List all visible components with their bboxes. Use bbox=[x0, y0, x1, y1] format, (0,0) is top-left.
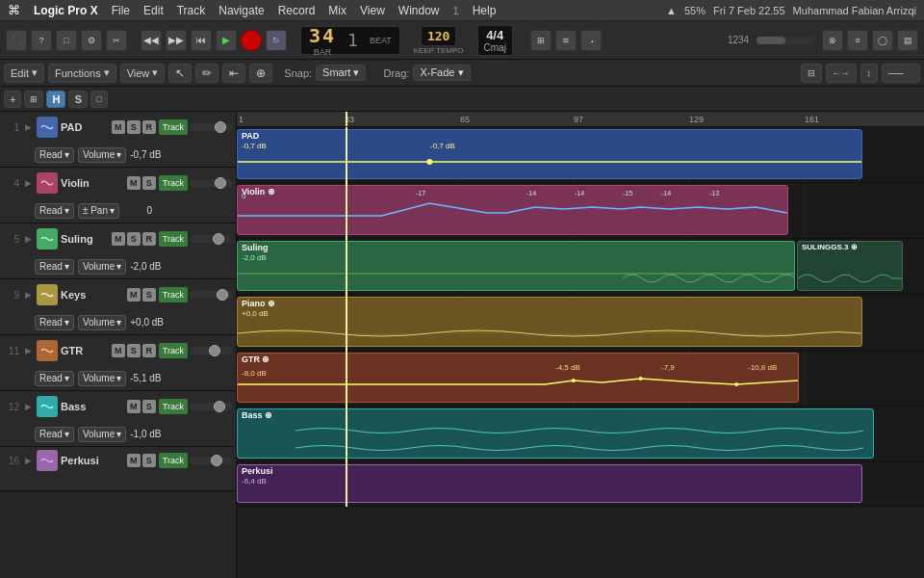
solo-btn-perkusi[interactable]: S bbox=[142, 454, 156, 467]
tuner-icon[interactable]: 𝅘 bbox=[580, 30, 602, 51]
tool-pencil[interactable]: ✏ bbox=[195, 64, 218, 83]
fader-slider-violin[interactable] bbox=[190, 179, 232, 187]
mute-btn-pad[interactable]: M bbox=[112, 120, 125, 134]
region-suling[interactable]: Suling -2,0 dB bbox=[237, 241, 795, 291]
tool-zoom[interactable]: ⊕ bbox=[249, 64, 272, 83]
menu-navigate[interactable]: Navigate bbox=[218, 4, 264, 17]
vol-select-bass[interactable]: Volume▾ bbox=[78, 427, 126, 442]
record-btn-suling[interactable]: R bbox=[142, 232, 156, 246]
solo-btn-violin[interactable]: S bbox=[142, 176, 156, 190]
input-btn-bass[interactable]: Track bbox=[159, 399, 188, 414]
mute-btn-bass[interactable]: M bbox=[127, 400, 141, 413]
mode-select-suling[interactable]: Read▾ bbox=[35, 259, 74, 275]
fader-slider-suling[interactable] bbox=[190, 235, 232, 243]
menu-record[interactable]: Record bbox=[278, 4, 316, 17]
toolbar-icon-3[interactable]: □ bbox=[56, 30, 77, 51]
snap-value[interactable]: Smart ▾ bbox=[316, 65, 366, 81]
mute-btn-violin[interactable]: M bbox=[127, 176, 141, 190]
input-btn-suling[interactable]: Track bbox=[159, 231, 188, 247]
edit-button[interactable]: Edit ▾ bbox=[4, 64, 44, 83]
track-expand-5[interactable]: ▶ bbox=[22, 233, 34, 245]
mode-select-gtr[interactable]: Read▾ bbox=[35, 371, 74, 386]
menu-edit[interactable]: Edit bbox=[143, 4, 164, 17]
track-expand-9[interactable]: ▶ bbox=[22, 289, 34, 301]
fader-slider-perkusi[interactable] bbox=[190, 457, 232, 464]
toolbar-icon-5[interactable]: ✂ bbox=[106, 30, 127, 51]
menu-file[interactable]: File bbox=[112, 4, 130, 17]
global-tracks-button[interactable]: ⊞ bbox=[24, 91, 43, 108]
fader-slider-pad[interactable] bbox=[190, 123, 232, 131]
mode-select-violin[interactable]: Read▾ bbox=[35, 203, 74, 219]
menu-view[interactable]: View bbox=[360, 4, 385, 17]
vol-select-suling[interactable]: Volume▾ bbox=[78, 259, 126, 275]
mute-btn-suling[interactable]: M bbox=[112, 232, 125, 246]
play-button[interactable]: ▶ bbox=[216, 30, 237, 51]
mute-btn-perkusi[interactable]: M bbox=[127, 454, 141, 467]
solo-btn-keys[interactable]: S bbox=[142, 288, 156, 302]
lcd-icon[interactable]: ⊞ bbox=[530, 30, 552, 51]
region-perkusi[interactable]: Perkusi -6,4 dB bbox=[237, 464, 862, 503]
input-btn-pad[interactable]: Track bbox=[159, 119, 188, 135]
menu-track[interactable]: Track bbox=[177, 4, 206, 17]
mute-btn-gtr[interactable]: M bbox=[112, 344, 125, 357]
cycle-button[interactable]: ↻ bbox=[266, 30, 287, 51]
region-piano[interactable]: Piano ⊕ +0,0 dB bbox=[237, 297, 862, 347]
menu-window[interactable]: Window bbox=[398, 4, 440, 17]
region-violin[interactable]: Violin ⊕ 0 -17 -14 -14 -15 -14 -13 bbox=[237, 185, 788, 235]
functions-button[interactable]: Functions ▾ bbox=[48, 64, 116, 83]
tool-r2[interactable]: ←→ bbox=[826, 64, 857, 83]
tool-arrow[interactable]: ⇤ bbox=[222, 64, 245, 83]
track-expand-12[interactable]: ▶ bbox=[22, 401, 34, 412]
record-btn-pad[interactable]: R bbox=[142, 120, 156, 134]
tool-r1[interactable]: ⊟ bbox=[801, 64, 822, 83]
solo-btn-bass[interactable]: S bbox=[142, 400, 156, 413]
solo-btn-gtr[interactable]: S bbox=[127, 344, 141, 357]
mode-select-pad[interactable]: Read▾ bbox=[35, 147, 74, 163]
menu-help[interactable]: Help bbox=[473, 4, 497, 17]
mix-icon[interactable]: ≋ bbox=[555, 30, 577, 51]
track-expand-1[interactable]: ▶ bbox=[22, 121, 34, 133]
toolbar-icon-4[interactable]: ⚙ bbox=[81, 30, 102, 51]
record-button[interactable] bbox=[241, 30, 262, 51]
region-bass[interactable]: Bass ⊕ bbox=[237, 408, 874, 459]
mode-select-keys[interactable]: Read▾ bbox=[35, 315, 74, 330]
rewind-button[interactable]: ◀◀ bbox=[141, 30, 162, 51]
tool-pointer[interactable]: ↖ bbox=[168, 64, 192, 83]
search-icon[interactable]: ◯ bbox=[872, 30, 893, 51]
solo-btn-suling[interactable]: S bbox=[127, 232, 141, 246]
solo-btn-pad[interactable]: S bbox=[127, 120, 141, 134]
vol-select-pad[interactable]: Volume▾ bbox=[78, 147, 126, 163]
track-expand-4[interactable]: ▶ bbox=[22, 177, 34, 189]
zoom-slider[interactable]: ── bbox=[882, 64, 920, 83]
fader-slider-keys[interactable] bbox=[190, 291, 232, 299]
vol-select-gtr[interactable]: Volume▾ bbox=[78, 371, 126, 386]
add-track-button[interactable]: + bbox=[4, 91, 21, 108]
solo-tracks-button[interactable]: S bbox=[68, 91, 88, 108]
menu-mix[interactable]: Mix bbox=[328, 4, 346, 17]
view-button[interactable]: View ▾ bbox=[120, 64, 166, 83]
go-start-button[interactable]: ⏮ bbox=[191, 30, 212, 51]
tempo-display[interactable]: 120 bbox=[421, 26, 456, 46]
time-sig-display[interactable]: 4/4 Cmaj bbox=[477, 25, 513, 56]
toolbar-icon-1[interactable]: ⬛ bbox=[6, 30, 27, 51]
track-expand-16[interactable]: ▶ bbox=[22, 455, 34, 466]
panel-icon[interactable]: ▤ bbox=[897, 30, 918, 51]
mute-btn-keys[interactable]: M bbox=[127, 288, 141, 302]
apple-icon[interactable]: ⌘ bbox=[8, 3, 20, 17]
track-view-button[interactable]: □ bbox=[90, 91, 107, 108]
input-btn-violin[interactable]: Track bbox=[159, 175, 188, 191]
vol-select-keys[interactable]: Volume▾ bbox=[78, 315, 126, 330]
hide-tracks-button[interactable]: H bbox=[46, 91, 65, 108]
tool-r3[interactable]: ↕ bbox=[860, 64, 879, 83]
fader-slider-gtr[interactable] bbox=[190, 347, 232, 355]
input-btn-perkusi[interactable]: Track bbox=[159, 453, 188, 468]
toolbar-icon-2[interactable]: ? bbox=[31, 30, 52, 51]
region-pad[interactable]: PAD -0,7 dB -0,7 dB bbox=[237, 129, 862, 179]
record-btn-gtr[interactable]: R bbox=[142, 344, 156, 357]
region-sulinggs3[interactable]: SULINGGS.3 ⊕ bbox=[797, 241, 903, 291]
fader-slider-bass[interactable] bbox=[190, 403, 232, 410]
track-expand-11[interactable]: ▶ bbox=[22, 345, 34, 356]
region-gtr[interactable]: GTR ⊕ -8,0 dB -4,5 dB -7,9 -10,8 dB bbox=[237, 353, 799, 403]
drag-value[interactable]: X-Fade ▾ bbox=[413, 65, 470, 81]
input-btn-keys[interactable]: Track bbox=[159, 287, 188, 302]
